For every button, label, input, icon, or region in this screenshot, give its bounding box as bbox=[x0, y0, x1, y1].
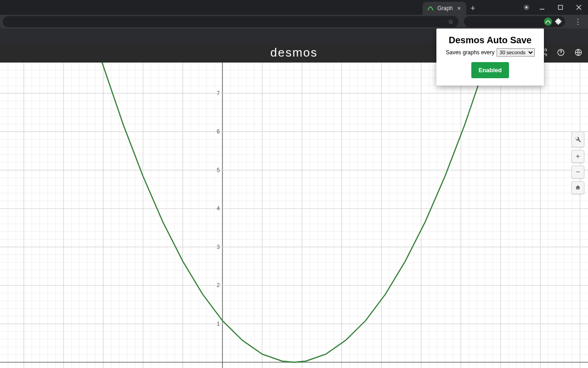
zoom-out-button[interactable]: − bbox=[571, 166, 584, 178]
bookmark-star-icon[interactable]: ☆ bbox=[448, 18, 454, 25]
svg-text:4: 4 bbox=[217, 205, 220, 212]
language-globe-icon[interactable] bbox=[573, 47, 583, 58]
window-minimize-button[interactable] bbox=[533, 0, 551, 15]
svg-text:7: 7 bbox=[217, 90, 220, 97]
desmos-logo: desmos bbox=[270, 46, 317, 60]
svg-text:5: 5 bbox=[217, 167, 220, 173]
help-icon[interactable] bbox=[556, 47, 566, 58]
extensions-puzzle-icon[interactable] bbox=[555, 17, 562, 26]
tab-title: Graph bbox=[437, 5, 452, 12]
graph-svg: 1234567 bbox=[0, 63, 588, 368]
autosave-extension-icon[interactable] bbox=[544, 17, 552, 26]
zoom-in-button[interactable]: + bbox=[571, 150, 584, 163]
browser-titlebar: Graph × + bbox=[0, 0, 588, 15]
svg-text:6: 6 bbox=[217, 128, 220, 135]
browser-menu-button[interactable]: ⋮ bbox=[571, 17, 585, 26]
window-maximize-button[interactable] bbox=[551, 0, 570, 15]
wrench-settings-button[interactable] bbox=[571, 132, 584, 147]
browser-tab-active[interactable]: Graph × bbox=[423, 2, 466, 15]
url-field[interactable]: ☆ bbox=[3, 16, 458, 27]
popup-title: Desmos Auto Save bbox=[442, 35, 538, 46]
svg-text:2: 2 bbox=[217, 282, 220, 288]
browser-addressbar: ☆ ⋮ bbox=[0, 15, 588, 29]
home-button[interactable] bbox=[571, 181, 584, 194]
profile-button[interactable] bbox=[520, 0, 533, 15]
svg-text:1: 1 bbox=[217, 321, 220, 327]
graph-canvas[interactable]: 1234567 + − bbox=[0, 63, 588, 368]
new-tab-button[interactable]: + bbox=[466, 2, 479, 15]
svg-text:3: 3 bbox=[217, 244, 220, 250]
autosave-popup: Desmos Auto Save Saves graphs every 30 s… bbox=[436, 29, 544, 86]
svg-point-7 bbox=[560, 54, 561, 54]
desmos-favicon-icon bbox=[427, 5, 434, 12]
svg-rect-3 bbox=[559, 6, 563, 10]
svg-point-1 bbox=[526, 6, 527, 8]
extension-pill[interactable] bbox=[464, 16, 565, 27]
enabled-toggle-button[interactable]: Enabled bbox=[471, 62, 509, 78]
interval-select[interactable]: 30 seconds bbox=[497, 48, 535, 57]
window-close-button[interactable] bbox=[570, 0, 588, 15]
popup-caption: Saves graphs every bbox=[446, 49, 494, 56]
close-tab-icon[interactable]: × bbox=[456, 6, 462, 11]
